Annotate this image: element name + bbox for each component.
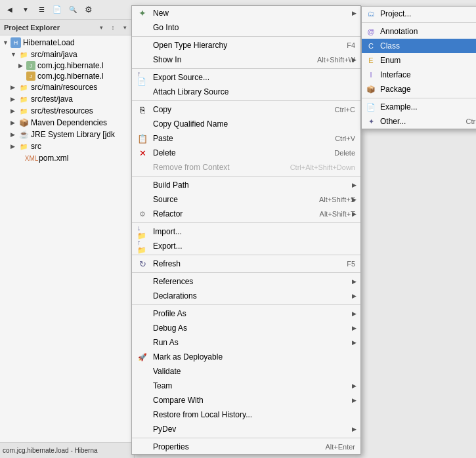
submenu-item-package[interactable]: 📦 Package [362, 82, 476, 96]
menu-item-export[interactable]: ↑📁 Export... [132, 239, 360, 253]
tree-arrow: ▶ [11, 108, 18, 114]
menu-label: Profile As [153, 309, 355, 318]
menu-label: Paste [153, 134, 322, 143]
sidebar-sync-icon[interactable]: ↕ [108, 22, 118, 33]
menu-item-validate[interactable]: Validate [132, 364, 360, 379]
toolbar-menu[interactable]: ☰ [34, 3, 49, 17]
menu-label: Mark as Deployable [153, 352, 355, 362]
menu-item-compare-with[interactable]: Compare With [132, 393, 360, 407]
menu-item-build-path[interactable]: Build Path [132, 178, 360, 192]
menu-item-new[interactable]: ✦ New [132, 6, 360, 20]
tree-item-maven-dep[interactable]: ▶ 📦 Maven Dependencies [0, 117, 134, 129]
menu-item-restore-history[interactable]: Restore from Local History... [132, 407, 360, 422]
tree-item-pom[interactable]: XML pom.xml [0, 152, 134, 164]
export-src-icon: ↑📄 [137, 72, 148, 83]
project-sub-icon: 🗂 [366, 9, 376, 19]
menu-label: Attach Library Source [153, 87, 355, 96]
menu-label: Build Path [153, 180, 355, 190]
menu-item-run-as[interactable]: Run As [132, 335, 360, 350]
menu-item-open-type[interactable]: Open Type Hierarchy F4 [132, 38, 360, 52]
menu-label: Export... [153, 241, 355, 251]
menu-item-import[interactable]: ↓📁 Import... [132, 224, 360, 239]
refresh-icon: ↻ [137, 259, 148, 269]
menu-item-copy[interactable]: ⎘ Copy Ctrl+C [132, 102, 360, 117]
menu-label: Refresh [153, 259, 334, 268]
submenu-item-class[interactable]: C Class [362, 39, 476, 53]
menu-item-team[interactable]: Team [132, 379, 360, 393]
tree-arrow: ▼ [3, 39, 11, 46]
menu-item-source[interactable]: Source Alt+Shift+S [132, 192, 360, 207]
toolbar-search[interactable]: 🔍 [66, 3, 80, 17]
menu-label: Export Source... [153, 73, 355, 82]
menu-item-delete[interactable]: ✕ Delete Delete [132, 146, 360, 160]
menu-item-attach-library[interactable]: Attach Library Source [132, 85, 360, 99]
shortcut: F4 [347, 41, 355, 49]
menu-item-export-source[interactable]: ↑📄 Export Source... [132, 70, 360, 85]
submenu-item-example[interactable]: 📄 Example... [362, 100, 476, 114]
deploy-icon: 🚀 [137, 352, 148, 362]
menu-label: Delete [153, 148, 321, 157]
copy-icon: ⎘ [137, 104, 148, 115]
class-icon: J [26, 72, 35, 81]
menu-item-paste[interactable]: 📋 Paste Ctrl+V [132, 131, 360, 146]
tree-arrow: ▶ [18, 62, 26, 69]
submenu-item-enum[interactable]: E Enum [362, 53, 476, 68]
sep4 [132, 176, 360, 177]
menu-item-show-in[interactable]: Show In Alt+Shift+W [132, 52, 360, 67]
dep-icon: 📦 [18, 117, 29, 128]
menu-label: Open Type Hierarchy [153, 41, 334, 50]
tree-arrow: ▼ [11, 51, 18, 58]
tree-label: src [31, 142, 41, 151]
menu-item-remove-context[interactable]: Remove from Context Ctrl+Alt+Shift+Down [132, 160, 360, 175]
menu-item-debug-as[interactable]: Debug As [132, 321, 360, 335]
menu-item-declarations[interactable]: Declarations [132, 289, 360, 303]
toolbar-copy[interactable]: 📄 [50, 3, 64, 17]
sep2 [132, 68, 360, 69]
tree-label: pom.xml [39, 154, 68, 163]
toolbar-down[interactable]: ▼ [18, 3, 33, 17]
tree-label: com.jcg.hibernate.l [37, 72, 104, 81]
sub-sep1 [362, 22, 476, 23]
submenu-item-interface[interactable]: I Interface [362, 68, 476, 82]
tree-item-src[interactable]: ▶ 📁 src [0, 140, 134, 152]
menu-item-pydev[interactable]: PyDev [132, 422, 360, 436]
menu-label: Declarations [153, 291, 355, 301]
tree-item-com-jcg-1[interactable]: ▶ J com.jcg.hibernate.l [0, 60, 134, 71]
submenu-label: Class [380, 41, 400, 51]
tree-item-src-main-resources[interactable]: ▶ 📁 src/main/resources [0, 81, 134, 93]
menu-item-mark-deployable[interactable]: 🚀 Mark as Deployable [132, 350, 360, 364]
menu-item-go-into[interactable]: Go Into [132, 20, 360, 35]
tree-item-com-jcg-2[interactable]: J com.jcg.hibernate.l [0, 71, 134, 81]
menu-label: References [153, 277, 355, 286]
menu-item-references[interactable]: References [132, 274, 360, 289]
toolbar-settings[interactable]: ⚙ [81, 3, 96, 17]
sidebar-menu-icon[interactable]: ▾ [119, 22, 130, 33]
sidebar-collapse-icon[interactable]: ▾ [96, 22, 106, 33]
menu-item-refactor[interactable]: ⚙ Refactor Alt+Shift+T [132, 207, 360, 221]
submenu-item-project[interactable]: 🗂 Project... [362, 7, 476, 21]
new-submenu: 🗂 Project... @ Annotation C Class E Enum… [361, 6, 476, 129]
tree-item-src-test-java[interactable]: ▶ 📁 src/test/java [0, 93, 134, 105]
menu-item-refresh[interactable]: ↻ Refresh F5 [132, 257, 360, 271]
menu-item-profile-as[interactable]: Profile As [132, 306, 360, 321]
tree-item-src-test-resources[interactable]: ▶ 📁 src/test/resources [0, 105, 134, 117]
project-explorer: Project Explorer ▾ ↕ ▾ ▼ H HibernateLoad… [0, 20, 135, 458]
menu-label: Properties [153, 442, 312, 451]
menu-item-copy-qualified[interactable]: Copy Qualified Name [132, 117, 360, 131]
tree-item-jre[interactable]: ▶ ☕ JRE System Library [jdk [0, 129, 134, 140]
shortcut: F5 [347, 260, 355, 268]
toolbar-back[interactable]: ◀ [3, 3, 17, 17]
submenu-item-annotation[interactable]: @ Annotation [362, 24, 476, 39]
tree-item-src-main-java[interactable]: ▼ 📁 src/main/java [0, 49, 134, 60]
menu-item-properties[interactable]: Properties Alt+Enter [132, 440, 360, 454]
submenu-item-other[interactable]: ✦ Other... Ctrl+N [362, 114, 476, 129]
tree-label: HibernateLoad [23, 38, 75, 47]
submenu-label: Project... [380, 9, 411, 18]
menu-label: Team [153, 381, 355, 390]
folder-icon: 📁 [18, 106, 29, 116]
tree-area: ▼ H HibernateLoad ▼ 📁 src/main/java ▶ J … [0, 35, 134, 442]
shortcut: Ctrl+C [335, 106, 355, 114]
tree-item-hibernate[interactable]: ▼ H HibernateLoad [0, 37, 134, 49]
shortcut: Alt+Shift+S [319, 196, 355, 203]
paste-icon: 📋 [137, 133, 148, 144]
